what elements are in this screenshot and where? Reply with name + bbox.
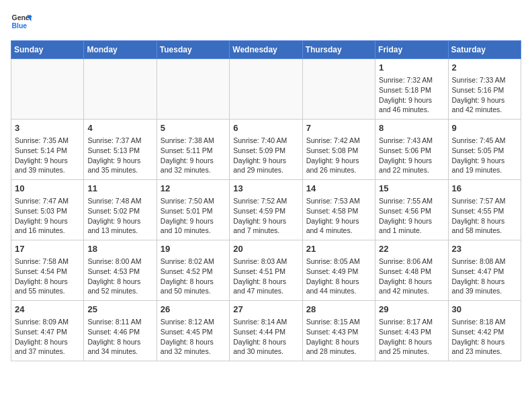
header-tuesday: Tuesday	[157, 41, 229, 59]
day-info: Daylight: 8 hours and 23 minutes.	[452, 337, 517, 357]
day-info: Daylight: 9 hours and 29 minutes.	[233, 156, 298, 175]
calendar-cell: 24Sunrise: 8:09 AMSunset: 4:47 PMDayligh…	[11, 301, 84, 361]
day-number: 4	[87, 122, 152, 134]
day-info: Sunrise: 8:02 AM	[161, 257, 226, 267]
day-info: Sunset: 5:03 PM	[15, 206, 80, 216]
day-info: Daylight: 8 hours and 25 minutes.	[379, 337, 444, 357]
calendar-cell: 12Sunrise: 7:50 AMSunset: 5:01 PMDayligh…	[157, 180, 229, 240]
calendar-cell: 8Sunrise: 7:43 AMSunset: 5:06 PMDaylight…	[375, 120, 448, 180]
day-info: Sunrise: 8:18 AM	[452, 317, 517, 327]
calendar-cell: 3Sunrise: 7:35 AMSunset: 5:14 PMDaylight…	[11, 120, 84, 180]
day-info: Sunrise: 7:52 AM	[233, 196, 298, 206]
calendar-cell: 25Sunrise: 8:11 AMSunset: 4:46 PMDayligh…	[84, 301, 157, 361]
calendar-cell: 17Sunrise: 7:58 AMSunset: 4:54 PMDayligh…	[11, 240, 84, 301]
day-number: 28	[306, 304, 371, 316]
calendar-cell: 11Sunrise: 7:48 AMSunset: 5:02 PMDayligh…	[84, 180, 157, 240]
calendar-cell: 5Sunrise: 7:38 AMSunset: 5:11 PMDaylight…	[157, 120, 229, 180]
header-thursday: Thursday	[302, 41, 375, 59]
svg-text:Blue: Blue	[12, 22, 28, 30]
day-number: 10	[15, 183, 80, 195]
day-info: Daylight: 8 hours and 37 minutes.	[15, 337, 80, 357]
day-info: Daylight: 9 hours and 1 minute.	[379, 216, 444, 236]
day-info: Daylight: 9 hours and 19 minutes.	[452, 156, 517, 175]
day-info: Daylight: 8 hours and 32 minutes.	[161, 337, 226, 357]
day-info: Sunrise: 7:55 AM	[379, 196, 444, 206]
day-info: Sunrise: 7:58 AM	[15, 257, 80, 267]
day-number: 8	[379, 122, 444, 134]
day-info: Sunrise: 7:40 AM	[233, 136, 298, 146]
calendar-cell	[11, 59, 84, 120]
day-info: Sunrise: 8:09 AM	[15, 317, 80, 327]
day-info: Sunrise: 7:33 AM	[452, 75, 517, 85]
header-saturday: Saturday	[448, 41, 521, 59]
calendar-cell	[302, 59, 375, 120]
day-info: Daylight: 9 hours and 26 minutes.	[306, 156, 371, 175]
day-info: Sunrise: 8:08 AM	[452, 257, 517, 267]
calendar-cell: 2Sunrise: 7:33 AMSunset: 5:16 PMDaylight…	[448, 59, 521, 120]
calendar-cell: 21Sunrise: 8:05 AMSunset: 4:49 PMDayligh…	[302, 240, 375, 301]
calendar-cell: 9Sunrise: 7:45 AMSunset: 5:05 PMDaylight…	[448, 120, 521, 180]
day-info: Sunset: 5:01 PM	[161, 206, 226, 216]
day-info: Sunrise: 8:06 AM	[379, 257, 444, 267]
day-info: Sunset: 5:18 PM	[379, 85, 444, 95]
day-info: Sunrise: 7:48 AM	[87, 196, 152, 206]
day-info: Daylight: 8 hours and 55 minutes.	[15, 277, 80, 296]
day-info: Daylight: 8 hours and 42 minutes.	[379, 277, 444, 296]
calendar-cell: 28Sunrise: 8:15 AMSunset: 4:43 PMDayligh…	[302, 301, 375, 361]
day-info: Sunrise: 7:47 AM	[15, 196, 80, 206]
day-number: 9	[452, 122, 517, 134]
calendar-cell: 27Sunrise: 8:14 AMSunset: 4:44 PMDayligh…	[230, 301, 302, 361]
day-info: Sunset: 4:53 PM	[87, 267, 152, 277]
day-info: Daylight: 9 hours and 7 minutes.	[233, 216, 298, 236]
day-info: Sunrise: 8:03 AM	[233, 257, 298, 267]
calendar-week-5: 24Sunrise: 8:09 AMSunset: 4:47 PMDayligh…	[11, 301, 521, 361]
day-info: Sunset: 5:11 PM	[161, 146, 226, 156]
day-info: Sunrise: 7:43 AM	[379, 136, 444, 146]
day-info: Sunrise: 8:11 AM	[87, 317, 152, 327]
header-monday: Monday	[84, 41, 157, 59]
calendar-cell: 22Sunrise: 8:06 AMSunset: 4:48 PMDayligh…	[375, 240, 448, 301]
calendar-cell	[230, 59, 302, 120]
day-number: 21	[306, 243, 371, 255]
day-info: Sunset: 5:09 PM	[233, 146, 298, 156]
day-info: Daylight: 9 hours and 22 minutes.	[379, 156, 444, 175]
day-number: 2	[452, 62, 517, 74]
day-number: 12	[161, 183, 226, 195]
day-number: 15	[379, 183, 444, 195]
day-number: 23	[452, 243, 517, 255]
day-info: Daylight: 8 hours and 39 minutes.	[452, 277, 517, 296]
day-info: Sunrise: 7:50 AM	[161, 196, 226, 206]
calendar-cell: 18Sunrise: 8:00 AMSunset: 4:53 PMDayligh…	[84, 240, 157, 301]
calendar-header-row: SundayMondayTuesdayWednesdayThursdayFrid…	[11, 41, 521, 59]
calendar-table: SundayMondayTuesdayWednesdayThursdayFrid…	[11, 40, 521, 361]
calendar-cell: 14Sunrise: 7:53 AMSunset: 4:58 PMDayligh…	[302, 180, 375, 240]
day-number: 6	[233, 122, 298, 134]
calendar-week-3: 10Sunrise: 7:47 AMSunset: 5:03 PMDayligh…	[11, 180, 521, 240]
day-info: Sunset: 4:59 PM	[233, 206, 298, 216]
day-info: Daylight: 9 hours and 32 minutes.	[161, 156, 226, 175]
calendar-cell: 26Sunrise: 8:12 AMSunset: 4:45 PMDayligh…	[157, 301, 229, 361]
day-info: Sunrise: 7:38 AM	[161, 136, 226, 146]
day-info: Sunset: 4:47 PM	[15, 327, 80, 337]
calendar-cell: 10Sunrise: 7:47 AMSunset: 5:03 PMDayligh…	[11, 180, 84, 240]
logo: General Blue	[11, 11, 38, 32]
day-number: 20	[233, 243, 298, 255]
header-sunday: Sunday	[11, 41, 84, 59]
day-info: Sunset: 4:52 PM	[161, 267, 226, 277]
day-info: Sunset: 4:48 PM	[379, 267, 444, 277]
day-info: Sunset: 4:58 PM	[306, 206, 371, 216]
day-number: 7	[306, 122, 371, 134]
day-info: Sunset: 5:02 PM	[87, 206, 152, 216]
day-info: Sunset: 5:13 PM	[87, 146, 152, 156]
day-info: Sunrise: 8:14 AM	[233, 317, 298, 327]
day-info: Sunset: 4:47 PM	[452, 267, 517, 277]
day-info: Sunset: 4:51 PM	[233, 267, 298, 277]
day-number: 24	[15, 304, 80, 316]
day-info: Sunrise: 7:37 AM	[87, 136, 152, 146]
calendar-cell: 19Sunrise: 8:02 AMSunset: 4:52 PMDayligh…	[157, 240, 229, 301]
day-info: Sunset: 4:43 PM	[306, 327, 371, 337]
day-number: 3	[15, 122, 80, 134]
day-info: Sunrise: 8:15 AM	[306, 317, 371, 327]
day-number: 17	[15, 243, 80, 255]
day-number: 18	[87, 243, 152, 255]
